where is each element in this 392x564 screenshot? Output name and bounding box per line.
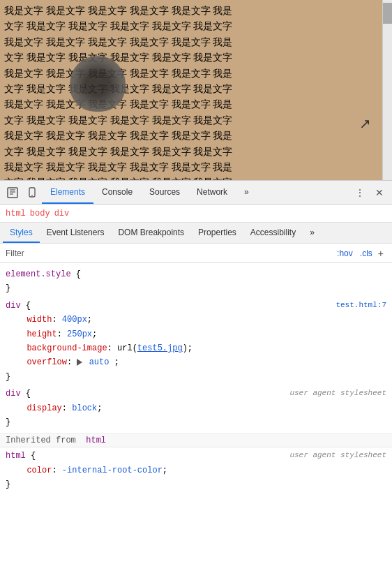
preview-text-line: 文字 我是文字 我是文字 我是文字 我是文字 我是文字	[4, 18, 269, 34]
breadcrumb-bar: html body div	[0, 205, 392, 223]
bg-image-property: background-image	[27, 343, 107, 353]
preview-text-line: 文字 我是文字 我是文字 我是文字 我是文字 我是文字	[4, 50, 269, 65]
preview-text-line: 文字 我是文字 我是文字 我是文字 我是文字 我是文字	[4, 112, 269, 128]
div-source-link[interactable]: test.html:7	[336, 299, 386, 312]
subtab-accessibility[interactable]: Accessibility	[243, 223, 303, 243]
height-value: 250px	[67, 329, 92, 339]
preview-text-line: 文字 我是文字 我是文字 我是文字 我是文字 我是文字	[4, 175, 269, 180]
preview-scrollbar[interactable]	[382, 0, 392, 180]
subtab-dom-breakpoints[interactable]: DOM Breakpoints	[111, 223, 191, 243]
preview-text-line: 我是文字 我是文字 我是文字 我是文字 我是文字 我是	[4, 34, 269, 50]
filter-label: Filter	[6, 248, 337, 258]
tab-elements[interactable]: Elements	[42, 181, 93, 204]
close-devtools-button[interactable]: ✕	[370, 183, 389, 202]
filter-hov-button[interactable]: :hov .cls	[337, 248, 372, 258]
sub-tabs: Styles Event Listeners DOM Breakpoints P…	[0, 223, 392, 244]
height-property-row: height: 250px;	[6, 329, 97, 339]
html-ua-open-brace: {	[31, 451, 36, 461]
tab-console[interactable]: Console	[93, 181, 141, 204]
preview-text-line: 文字 我是文字 我是文字 我是文字 我是文字 我是文字	[4, 81, 269, 96]
tab-sources[interactable]: Sources	[141, 181, 188, 204]
overflow-property: overflow	[27, 357, 67, 367]
breadcrumb-body[interactable]: body	[30, 209, 50, 218]
preview-text: 我是文字 我是文字 我是文字 我是文字 我是文字 我是文字 我是文字 我是文字 …	[0, 0, 272, 180]
toolbar-right: ⋮ ✕	[350, 183, 389, 202]
styles-panel[interactable]: element.style { } test.html:7 div { widt…	[0, 263, 392, 564]
div-close-brace: }	[6, 372, 10, 382]
close-brace-element: }	[6, 283, 10, 293]
html-ua-source: user agent stylesheet	[289, 449, 386, 462]
html-ua-close-brace: }	[6, 480, 10, 489]
preview-text-line: 我是文字 我是文字 我是文字 我是文字 我是文字 我是	[4, 96, 269, 112]
div-open-brace: {	[26, 301, 31, 311]
preview-area: 我是文字 我是文字 我是文字 我是文字 我是文字 我是文字 我是文字 我是文字 …	[0, 0, 392, 180]
html-ua-block: user agent stylesheet html { color: -int…	[0, 447, 392, 493]
filter-bar: Filter :hov .cls +	[0, 244, 392, 263]
element-style-selector: element.style	[6, 269, 71, 279]
preview-text-line: 我是文字 我是文字 我是文字 我是文字 我是文字 我是	[4, 66, 269, 81]
subtab-event-listeners[interactable]: Event Listeners	[40, 223, 112, 243]
test5-link[interactable]: test5.jpg	[137, 343, 183, 353]
devtools-toolbar: Elements Console Sources Network » ⋮ ✕	[0, 181, 392, 205]
preview-text-line: 我是文字 我是文字 我是文字 我是文字 我是文字 我是	[4, 128, 269, 143]
div-ua-close-brace: }	[6, 417, 10, 427]
open-brace-element: {	[76, 269, 81, 279]
subtab-styles[interactable]: Styles	[3, 223, 40, 243]
height-property: height	[27, 329, 56, 339]
preview-text-line: 我是文字 我是文字 我是文字 我是文字 我是文字 我是	[4, 3, 269, 18]
display-property: display	[27, 403, 61, 413]
overflow-property-row: overflow: auto ;	[6, 357, 119, 367]
preview-text-line: 我是文字 我是文字 我是文字 我是文字 我是文字 我是	[4, 159, 269, 175]
tab-more[interactable]: »	[236, 181, 257, 204]
cursor-arrow: ↗	[359, 115, 371, 132]
overflow-triangle-icon[interactable]	[77, 359, 82, 366]
svg-rect-0	[8, 188, 17, 198]
inspect-element-button[interactable]	[3, 183, 22, 202]
color-property: color	[27, 466, 52, 475]
cat-image-overlay	[70, 56, 126, 112]
color-value: -internal-root-color	[62, 466, 163, 475]
preview-scrollbar-thumb[interactable]	[383, 3, 392, 24]
add-style-rule-button[interactable]: +	[378, 248, 384, 259]
element-style-block: element.style { }	[0, 266, 392, 297]
breadcrumb-html[interactable]: html	[6, 209, 26, 218]
inherited-section-header: Inherited from html	[0, 433, 392, 447]
bg-image-property-row: background-image: url(test5.jpg);	[6, 343, 193, 353]
breadcrumb-div[interactable]: div	[54, 209, 70, 218]
tab-network[interactable]: Network	[188, 181, 236, 204]
width-value: 400px	[62, 315, 87, 325]
display-property-row: display: block;	[6, 403, 102, 413]
inherited-label: Inherited from	[6, 436, 76, 445]
div-ua-block: user agent stylesheet div { display: blo…	[0, 385, 392, 431]
div-selector: div	[6, 301, 21, 311]
div-ua-open-brace: {	[26, 389, 31, 399]
overflow-value: auto	[77, 357, 114, 367]
div-ua-selector: div	[6, 389, 21, 399]
color-property-row: color: -internal-root-color;	[6, 466, 167, 475]
subtab-properties[interactable]: Properties	[191, 223, 243, 243]
bg-image-value: url(test5.jpg)	[117, 343, 188, 353]
device-toggle-button[interactable]	[22, 183, 42, 202]
subtab-more[interactable]: »	[303, 223, 322, 243]
inherited-tag: html	[86, 436, 106, 445]
html-ua-selector: html	[6, 451, 26, 461]
div-ua-source: user agent stylesheet	[289, 387, 386, 400]
width-property: width	[27, 315, 52, 325]
overflow-value-text: auto	[89, 357, 110, 367]
width-property-row: width: 400px;	[6, 315, 92, 325]
div-style-block: test.html:7 div { width: 400px; height: …	[0, 297, 392, 385]
devtools-tabs: Elements Console Sources Network »	[42, 181, 350, 204]
display-value: block	[72, 403, 97, 413]
settings-button[interactable]: ⋮	[350, 183, 370, 202]
devtools-panel: Elements Console Sources Network » ⋮ ✕ h…	[0, 180, 392, 564]
preview-text-line: 文字 我是文字 我是文字 我是文字 我是文字 我是文字	[4, 144, 269, 159]
